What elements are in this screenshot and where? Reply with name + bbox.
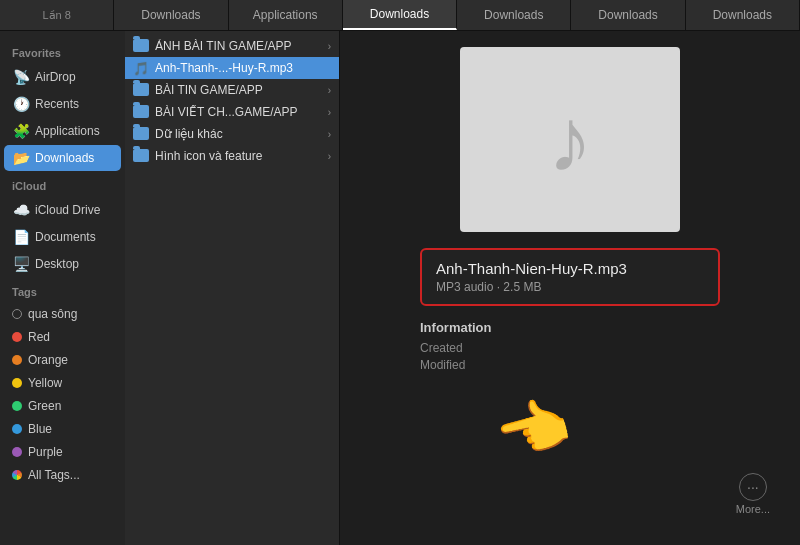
- favorites-label: Favorites: [0, 39, 125, 63]
- file-name-bai-tin: BÀI TIN GAME/APP: [155, 83, 328, 97]
- chevron-icon-bai-tin: ›: [328, 85, 331, 96]
- tag-dot-purple: [12, 447, 22, 457]
- file-name-hinh-icon: Hình icon và feature: [155, 149, 328, 163]
- sidebar-item-purple[interactable]: Purple: [4, 441, 121, 463]
- sidebar-item-icloud-drive[interactable]: ☁️ iCloud Drive: [4, 197, 121, 223]
- applications-icon: 🧩: [12, 122, 30, 140]
- sidebar-item-qua-song[interactable]: qua sông: [4, 303, 121, 325]
- chevron-icon-hinh-icon: ›: [328, 151, 331, 162]
- sidebar-item-blue-label: Blue: [28, 422, 52, 436]
- sidebar-item-all-tags[interactable]: All Tags...: [4, 464, 121, 486]
- sidebar-item-orange[interactable]: Orange: [4, 349, 121, 371]
- info-section-title: Information: [420, 320, 720, 335]
- info-row-modified: Modified: [420, 358, 720, 372]
- sidebar-item-icloud-drive-label: iCloud Drive: [35, 203, 100, 217]
- file-name-anh-bai: ẢNH BÀI TIN GAME/APP: [155, 39, 328, 53]
- file-item-du-lieu[interactable]: Dữ liệu khác ›: [125, 123, 339, 145]
- tag-dot-red: [12, 332, 22, 342]
- folder-icon-hinh-icon: [133, 149, 149, 163]
- sidebar-item-orange-label: Orange: [28, 353, 68, 367]
- downloads-icon: 📂: [12, 149, 30, 167]
- chevron-icon-du-lieu: ›: [328, 129, 331, 140]
- desktop-icon: 🖥️: [12, 255, 30, 273]
- tag-dot-orange: [12, 355, 22, 365]
- more-label: More...: [736, 503, 770, 515]
- created-label: Created: [420, 341, 463, 355]
- sidebar-item-green[interactable]: Green: [4, 395, 121, 417]
- tab-applications[interactable]: Applications: [229, 0, 343, 30]
- preview-thumbnail: ♪: [460, 47, 680, 232]
- info-section: Information Created Modified: [420, 320, 720, 375]
- music-note-icon: ♪: [548, 95, 593, 185]
- sidebar-item-airdrop-label: AirDrop: [35, 70, 76, 84]
- tag-dot-blue: [12, 424, 22, 434]
- airdrop-icon: 📡: [12, 68, 30, 86]
- folder-icon-du-lieu: [133, 127, 149, 141]
- sidebar-item-green-label: Green: [28, 399, 61, 413]
- sidebar-item-purple-label: Purple: [28, 445, 63, 459]
- sidebar-item-qua-song-label: qua sông: [28, 307, 77, 321]
- tag-dot-green: [12, 401, 22, 411]
- folder-icon-anh-bai: [133, 39, 149, 53]
- sidebar: Favorites 📡 AirDrop 🕐 Recents 🧩 Applicat…: [0, 31, 125, 545]
- main-layout: Favorites 📡 AirDrop 🕐 Recents 🧩 Applicat…: [0, 31, 800, 545]
- sidebar-item-red[interactable]: Red: [4, 326, 121, 348]
- recents-icon: 🕐: [12, 95, 30, 113]
- folder-icon-bai-viet: [133, 105, 149, 119]
- sidebar-item-recents[interactable]: 🕐 Recents: [4, 91, 121, 117]
- file-item-bai-viet[interactable]: BÀI VIẾT CH...GAME/APP ›: [125, 101, 339, 123]
- sidebar-item-blue[interactable]: Blue: [4, 418, 121, 440]
- tag-dot-qua-song: [12, 309, 22, 319]
- chevron-icon-bai-viet: ›: [328, 107, 331, 118]
- sidebar-item-desktop-label: Desktop: [35, 257, 79, 271]
- more-circle-icon: ···: [739, 473, 767, 501]
- more-button[interactable]: ··· More...: [736, 473, 770, 515]
- documents-icon: 📄: [12, 228, 30, 246]
- sidebar-item-downloads-label: Downloads: [35, 151, 94, 165]
- sidebar-item-yellow-label: Yellow: [28, 376, 62, 390]
- tags-label: Tags: [0, 278, 125, 302]
- icloud-drive-icon: ☁️: [12, 201, 30, 219]
- tab-bar: Lần 8 Downloads Applications Downloads D…: [0, 0, 800, 31]
- modified-label: Modified: [420, 358, 465, 372]
- tab-downloads-4[interactable]: Downloads: [686, 0, 800, 30]
- info-row-created: Created: [420, 341, 720, 355]
- file-info-name: Anh-Thanh-Nien-Huy-R.mp3: [436, 260, 704, 277]
- sidebar-item-applications-label: Applications: [35, 124, 100, 138]
- tab-downloads-3[interactable]: Downloads: [571, 0, 685, 30]
- chevron-icon-anh-bai: ›: [328, 41, 331, 52]
- tab-downloads-1[interactable]: Downloads: [114, 0, 228, 30]
- file-list-panel: ẢNH BÀI TIN GAME/APP › 🎵 Anh-Thanh-...-H…: [125, 31, 340, 545]
- sidebar-item-red-label: Red: [28, 330, 50, 344]
- folder-icon-bai-tin: [133, 83, 149, 97]
- preview-panel: ♪ Anh-Thanh-Nien-Huy-R.mp3 MP3 audio · 2…: [340, 31, 800, 545]
- tag-dot-yellow: [12, 378, 22, 388]
- tab-downloads-2[interactable]: Downloads: [457, 0, 571, 30]
- tab-lan8[interactable]: Lần 8: [0, 0, 114, 30]
- file-info-meta: MP3 audio · 2.5 MB: [436, 280, 704, 294]
- sidebar-item-documents-label: Documents: [35, 230, 96, 244]
- sidebar-item-yellow[interactable]: Yellow: [4, 372, 121, 394]
- sidebar-item-documents[interactable]: 📄 Documents: [4, 224, 121, 250]
- sidebar-item-desktop[interactable]: 🖥️ Desktop: [4, 251, 121, 277]
- sidebar-item-downloads[interactable]: 📂 Downloads: [4, 145, 121, 171]
- tab-downloads-active[interactable]: Downloads: [343, 0, 457, 30]
- sidebar-item-recents-label: Recents: [35, 97, 79, 111]
- file-item-anh-thanh[interactable]: 🎵 Anh-Thanh-...-Huy-R.mp3: [125, 57, 339, 79]
- file-name-bai-viet: BÀI VIẾT CH...GAME/APP: [155, 105, 328, 119]
- file-name-du-lieu: Dữ liệu khác: [155, 127, 328, 141]
- file-info-box: Anh-Thanh-Nien-Huy-R.mp3 MP3 audio · 2.5…: [420, 248, 720, 306]
- mp3-file-icon: 🎵: [133, 61, 149, 75]
- sidebar-item-all-tags-label: All Tags...: [28, 468, 80, 482]
- icloud-label: iCloud: [0, 172, 125, 196]
- file-item-anh-bai[interactable]: ẢNH BÀI TIN GAME/APP ›: [125, 35, 339, 57]
- sidebar-item-applications[interactable]: 🧩 Applications: [4, 118, 121, 144]
- file-item-hinh-icon[interactable]: Hình icon và feature ›: [125, 145, 339, 167]
- file-name-anh-thanh: Anh-Thanh-...-Huy-R.mp3: [155, 61, 331, 75]
- hand-pointer-emoji: 👈: [487, 386, 578, 474]
- sidebar-item-airdrop[interactable]: 📡 AirDrop: [4, 64, 121, 90]
- file-item-bai-tin[interactable]: BÀI TIN GAME/APP ›: [125, 79, 339, 101]
- tag-dot-all: [12, 470, 22, 480]
